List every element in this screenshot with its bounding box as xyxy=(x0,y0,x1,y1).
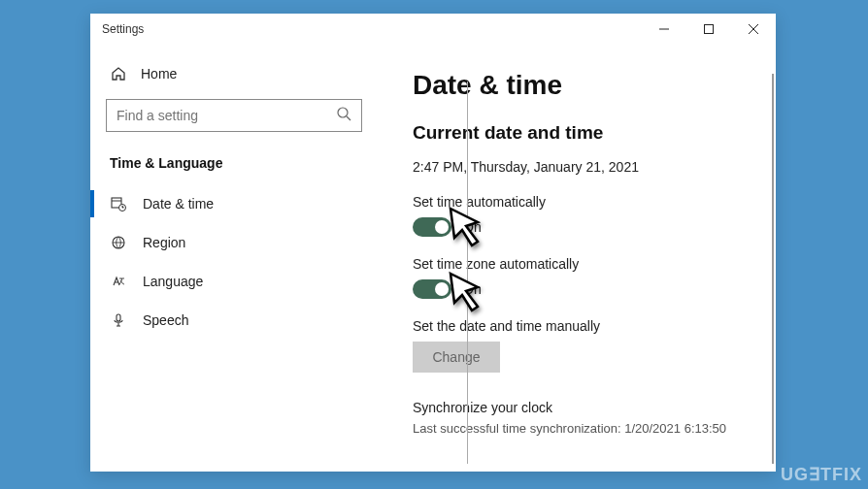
titlebar: Settings xyxy=(90,14,776,45)
main-panel: Date & time Current date and time 2:47 P… xyxy=(378,45,776,472)
settings-window: Settings Home xyxy=(90,14,776,472)
svg-rect-0 xyxy=(705,25,714,34)
svg-rect-5 xyxy=(117,314,120,321)
home-label: Home xyxy=(141,66,177,82)
annotation-cursor-1 xyxy=(445,203,491,249)
sidebar-item-language[interactable]: Language xyxy=(102,262,366,301)
content-area: Home Time & Language Date & time Reg xyxy=(90,45,776,472)
search-input[interactable] xyxy=(117,108,336,123)
sidebar-item-label: Region xyxy=(143,235,185,250)
close-button[interactable] xyxy=(731,14,776,45)
watermark: UG∃TFIX xyxy=(781,464,862,485)
window-controls xyxy=(642,14,776,45)
globe-icon xyxy=(110,235,127,250)
home-icon xyxy=(110,66,127,82)
manual-datetime-label: Set the date and time manually xyxy=(413,318,749,334)
sidebar-item-region[interactable]: Region xyxy=(102,223,366,262)
sidebar-item-date-time[interactable]: Date & time xyxy=(102,184,366,223)
annotation-cursor-2 xyxy=(445,268,491,314)
current-datetime-value: 2:47 PM, Thursday, January 21, 2021 xyxy=(413,159,749,175)
home-link[interactable]: Home xyxy=(102,58,366,99)
category-header: Time & Language xyxy=(102,149,366,184)
sidebar-item-label: Date & time xyxy=(143,196,214,212)
calendar-clock-icon xyxy=(110,196,127,212)
sidebar: Home Time & Language Date & time Reg xyxy=(90,45,378,472)
sidebar-item-label: Speech xyxy=(143,312,188,328)
page-title: Date & time xyxy=(413,70,749,101)
svg-point-1 xyxy=(338,108,348,117)
microphone-icon xyxy=(110,312,127,328)
minimize-button[interactable] xyxy=(642,14,686,45)
sidebar-item-label: Language xyxy=(143,274,203,289)
maximize-button[interactable] xyxy=(686,14,731,45)
sync-last-text: Last successful time synchronization: 1/… xyxy=(413,421,749,436)
section-current-datetime: Current date and time xyxy=(413,122,749,144)
scrollbar[interactable] xyxy=(772,74,774,464)
window-title: Settings xyxy=(102,22,642,36)
search-box[interactable] xyxy=(106,99,362,132)
change-button[interactable]: Change xyxy=(413,342,500,373)
language-icon xyxy=(110,274,127,289)
sidebar-item-speech[interactable]: Speech xyxy=(102,301,366,340)
sync-clock-heading: Synchronize your clock xyxy=(413,400,749,415)
search-icon xyxy=(336,106,351,125)
